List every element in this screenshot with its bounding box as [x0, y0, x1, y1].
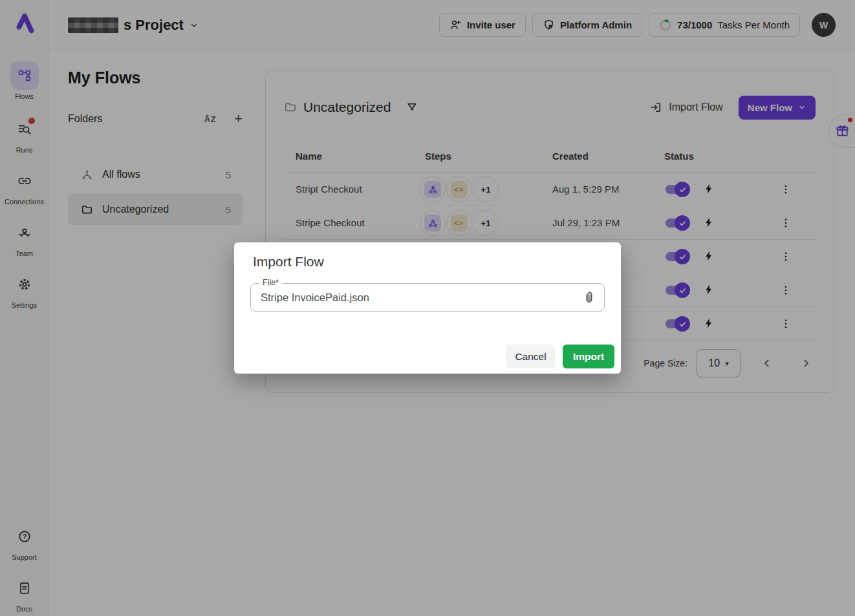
app-window: Flows Runs Connections Team Set: [0, 0, 855, 616]
file-field-value: Stripe InvoicePaid.json: [261, 284, 369, 312]
dialog-title: Import Flow: [253, 254, 324, 270]
paperclip-icon[interactable]: [582, 290, 596, 304]
import-button[interactable]: Import: [563, 345, 614, 368]
import-flow-dialog: Import Flow File* Stripe InvoicePaid.jso…: [234, 242, 621, 374]
cancel-button[interactable]: Cancel: [506, 345, 556, 368]
file-field[interactable]: File* Stripe InvoicePaid.json: [250, 283, 605, 312]
